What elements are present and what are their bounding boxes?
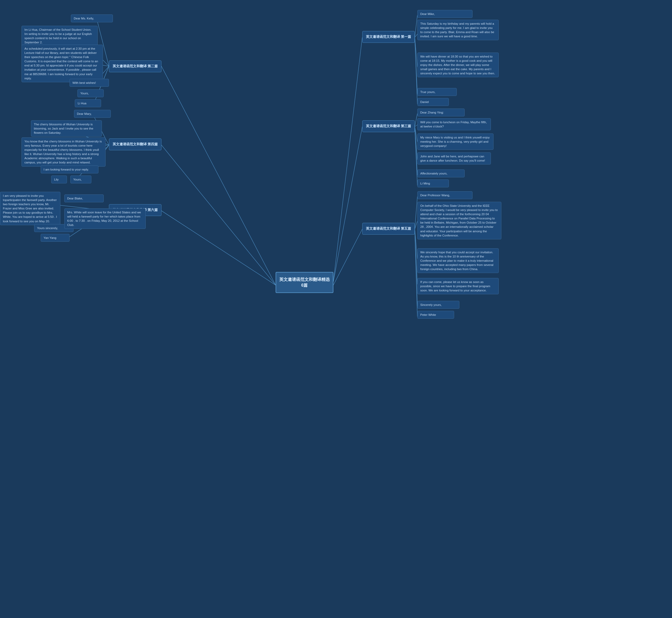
b6-farewell: Mrs. White will soon leave for the Unite… [64, 208, 146, 229]
svg-line-19 [333, 37, 362, 282]
central-node: 英文邀请函范文和翻译精选6篇 [276, 272, 333, 293]
b5-para3: If you can come, please let us know as s… [417, 278, 499, 294]
svg-line-0 [161, 66, 276, 285]
svg-line-37 [415, 229, 417, 306]
branch5-label: 英文邀请函范文和翻译 第五篇 [362, 223, 415, 235]
svg-line-34 [415, 221, 417, 229]
b1-daniel: Daniel [417, 98, 449, 106]
b3-para3: John and Jane will be here, and perhapsw… [417, 152, 491, 165]
b6-blake: Dear Blake, [64, 194, 104, 202]
b2-para2: As scheduled previously, it will start a… [21, 45, 103, 82]
b2-salutation: Dear Ms. Kelly, [71, 14, 113, 22]
b1-mike: Dear Mike, [417, 10, 473, 18]
branch4-label: 英文邀请函范文和翻译 第四篇 [109, 138, 161, 150]
branch2-label: 英文邀请函范文和翻译 第二篇 [109, 61, 161, 72]
svg-line-32 [333, 229, 362, 285]
svg-line-26 [415, 113, 417, 127]
svg-line-30 [415, 127, 417, 175]
svg-line-27 [415, 125, 417, 127]
svg-line-13 [161, 211, 276, 285]
svg-line-23 [415, 37, 417, 94]
svg-line-22 [415, 37, 417, 67]
svg-line-36 [415, 229, 417, 284]
b3-zhangying: Dear Zhang Ying: [417, 108, 464, 116]
b2-yours: Yours, [78, 89, 104, 97]
b5-profwang: Dear Professor Wang, [417, 191, 473, 199]
svg-line-33 [415, 197, 417, 229]
svg-line-31 [415, 127, 417, 186]
svg-line-28 [415, 127, 417, 142]
b5-sincerely: Sincerely yours, [417, 301, 459, 309]
b3-para2: My niece Mary is visiting us and I think… [417, 133, 494, 150]
b5-peter: Peter White [417, 311, 454, 319]
branch1-label: 英文邀请函范文和翻译 第一篇 [362, 31, 415, 43]
b2-lihua: Li Hua [75, 99, 101, 107]
svg-line-29 [415, 127, 417, 160]
b3-affectionately: Affectionately yours, [417, 170, 464, 177]
b5-para1: On behalf of the Ohio State University a… [417, 202, 501, 239]
b6-yanyang: Yan Yang [41, 234, 70, 242]
svg-line-7 [161, 145, 276, 285]
svg-line-21 [415, 34, 417, 37]
b4-para1: The cherry blossoms of Wuhan University … [31, 120, 102, 137]
b3-para1: Will you come to luncheon on Friday, May… [417, 118, 491, 130]
branch3-label: 英文邀请函范文和翻译 第三篇 [362, 120, 415, 132]
b1-para2: We will have dinner at 18:30 so that you… [417, 53, 499, 77]
mind-map: 英文邀请函范文和翻译精选6篇 英文邀请函范文和翻译 第二篇 Dear Ms. K… [0, 0, 672, 618]
b4-salutation: Dear Mary, [74, 110, 111, 118]
b4-yours: Yours, [71, 176, 91, 183]
svg-line-38 [415, 229, 417, 317]
b4-forward: I am looking forward to your reply. [41, 166, 99, 174]
b5-para2: We sincerely hope that you could accept … [417, 248, 499, 273]
svg-line-25 [333, 127, 362, 282]
b4-para2: You know that the cherry blossoms in Wuh… [21, 137, 106, 167]
b1-trueyours: True yours, [417, 88, 457, 96]
b6-para1: I am very pleased to invite you topartic… [0, 192, 60, 225]
b2-para1: Im Li Hua, Chairman of the School Studen… [21, 26, 98, 46]
b2-wishes: With best wishes! [70, 79, 109, 87]
b3-liming: Li Ming [417, 180, 449, 187]
b1-para1: This Saturday is my birthday and my pare… [417, 20, 499, 40]
svg-line-20 [415, 15, 417, 37]
svg-line-24 [415, 37, 417, 104]
svg-line-35 [415, 229, 417, 259]
b4-lily: Lily [51, 176, 67, 183]
